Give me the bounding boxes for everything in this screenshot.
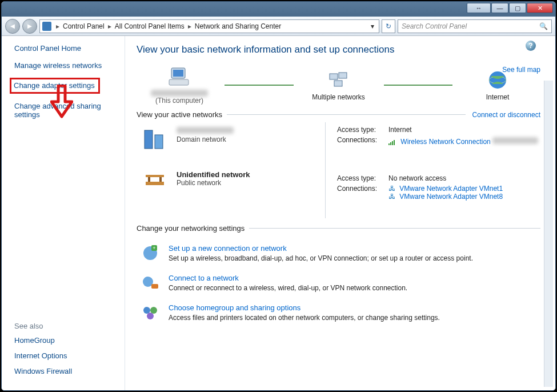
public-network-icon <box>142 170 167 195</box>
breadcrumb-dropdown-icon[interactable]: ▾ <box>368 22 376 30</box>
svg-point-23 <box>143 307 150 314</box>
page-title: View your basic network information and … <box>137 44 540 55</box>
network-name: Unidentified network <box>177 170 250 179</box>
svg-rect-12 <box>159 177 162 182</box>
network-type: Domain network <box>177 135 234 143</box>
node-internet[interactable]: Internet <box>455 69 540 101</box>
sidebar: Control Panel Home Manage wireless netwo… <box>2 36 125 390</box>
change-settings-heading: Change your networking settings <box>137 224 540 233</box>
connect-disconnect-link[interactable]: Connect or disconnect <box>472 111 540 119</box>
network-map: See full map (This computer) Multiple ne… <box>137 66 540 105</box>
resize-button[interactable]: ↔ <box>467 3 491 13</box>
node-this-computer[interactable]: (This computer) <box>137 66 222 105</box>
network-entry-domain[interactable]: Domain network <box>142 127 325 152</box>
annotation-arrow-icon <box>50 85 73 119</box>
svg-rect-5 <box>334 81 342 86</box>
control-panel-home-link[interactable]: Control Panel Home <box>14 44 119 53</box>
homegroup-icon <box>141 303 159 322</box>
multiple-networks-label: Multiple networks <box>312 93 365 101</box>
chevron-right-icon: ▸ <box>108 22 111 30</box>
chevron-right-icon: ▸ <box>188 22 191 30</box>
networks-left-column: Domain network Unidentified network Publ… <box>137 122 325 218</box>
connection-line <box>225 85 294 86</box>
connect-network-icon <box>141 274 159 292</box>
svg-rect-15 <box>390 142 391 145</box>
active-networks-heading: View your active networks Connect or dis… <box>137 110 540 119</box>
breadcrumb[interactable]: ▸ Control Panel ▸ All Control Panel Item… <box>39 19 379 33</box>
refresh-button[interactable]: ↻ <box>382 19 395 33</box>
minimize-button[interactable]: — <box>491 3 508 13</box>
settings-list: + Set up a new connection or network Set… <box>137 238 540 327</box>
svg-point-6 <box>489 71 506 89</box>
network-type: Public network <box>177 179 250 187</box>
internet-label: Internet <box>486 93 510 101</box>
setting-new-connection[interactable]: + Set up a new connection or network Set… <box>137 238 540 268</box>
titlebar: ↔ — ▢ ✕ <box>2 2 555 17</box>
navbar: ◄ ► ▸ Control Panel ▸ All Control Panel … <box>2 17 555 36</box>
svg-rect-1 <box>173 70 183 77</box>
setting-description: Access files and printers located on oth… <box>169 314 440 322</box>
wireless-connection-link[interactable]: Wireless Network Connection <box>400 138 490 146</box>
node-multiple-networks[interactable]: Multiple networks <box>296 69 382 101</box>
networks-right-column: Access type:Internet Connections: Wirele… <box>325 122 540 218</box>
svg-point-25 <box>147 313 154 319</box>
this-computer-label: (This computer) <box>155 97 203 105</box>
network-entry-unidentified[interactable]: Unidentified network Public network <box>142 170 325 195</box>
svg-rect-11 <box>148 177 150 182</box>
chevron-right-icon: ▸ <box>56 22 59 30</box>
new-connection-icon: + <box>141 244 159 262</box>
breadcrumb-item[interactable]: Control Panel <box>63 22 105 30</box>
breadcrumb-item[interactable]: Network and Sharing Center <box>195 22 281 30</box>
ethernet-icon: 🖧 <box>388 185 395 193</box>
svg-rect-13 <box>146 175 164 177</box>
breadcrumb-item[interactable]: All Control Panel Items <box>115 22 185 30</box>
svg-rect-17 <box>394 140 395 145</box>
setting-description: Set up a wireless, broadband, dial-up, a… <box>169 254 473 262</box>
domain-network-icon <box>142 127 167 152</box>
active-networks: Domain network Unidentified network Publ… <box>137 122 540 218</box>
svg-rect-10 <box>146 182 164 185</box>
setting-title[interactable]: Connect to a network <box>169 274 407 282</box>
setting-title[interactable]: Choose homegroup and sharing options <box>169 303 440 312</box>
scrollbar[interactable] <box>544 81 553 387</box>
vmnet1-link[interactable]: VMware Network Adapter VMnet1 <box>399 185 503 193</box>
see-also-homegroup[interactable]: HomeGroup <box>14 336 119 345</box>
search-icon[interactable]: 🔍 <box>539 22 548 30</box>
setting-homegroup[interactable]: Choose homegroup and sharing options Acc… <box>137 298 540 327</box>
svg-rect-2 <box>169 79 189 85</box>
help-icon[interactable]: ? <box>526 41 536 51</box>
connection-line <box>384 85 453 86</box>
main-content: ? View your basic network information an… <box>125 36 555 390</box>
vmnet8-link[interactable]: VMware Network Adapter VMnet8 <box>399 193 503 201</box>
see-also-internet-options[interactable]: Internet Options <box>14 351 119 360</box>
setting-title[interactable]: Set up a new connection or network <box>169 244 473 253</box>
sidebar-item-manage-wireless[interactable]: Manage wireless networks <box>14 61 119 70</box>
search-input[interactable]: Search Control Panel 🔍 <box>398 19 552 33</box>
domain-name-blurred <box>177 127 234 134</box>
svg-rect-14 <box>388 143 390 145</box>
see-full-map-link[interactable]: See full map <box>502 66 540 74</box>
body: Control Panel Home Manage wireless netwo… <box>2 36 555 390</box>
back-button[interactable]: ◄ <box>5 19 20 34</box>
svg-rect-16 <box>392 141 393 145</box>
network-details-1: Access type:Internet Connections: Wirele… <box>337 126 540 146</box>
see-also-label: See also <box>14 322 119 330</box>
close-button[interactable]: ✕ <box>527 3 553 13</box>
ssid-blurred <box>492 137 538 144</box>
svg-rect-8 <box>145 130 153 149</box>
svg-rect-4 <box>339 73 347 78</box>
svg-rect-9 <box>155 135 163 149</box>
networks-icon <box>327 69 350 91</box>
svg-rect-3 <box>330 74 338 79</box>
window: ↔ — ▢ ✕ ◄ ► ▸ Control Panel ▸ All Contro… <box>1 1 556 391</box>
computer-name-blurred <box>151 90 208 97</box>
setting-connect-network[interactable]: Connect to a network Connect or reconnec… <box>137 268 540 298</box>
wireless-signal-icon <box>388 139 396 145</box>
svg-rect-22 <box>151 284 158 289</box>
svg-point-24 <box>150 307 157 314</box>
maximize-button[interactable]: ▢ <box>509 3 526 13</box>
forward-button[interactable]: ► <box>22 19 37 34</box>
setting-description: Connect or reconnect to a wireless, wire… <box>169 284 407 292</box>
see-also-windows-firewall[interactable]: Windows Firewall <box>14 367 119 375</box>
computer-icon <box>168 66 191 87</box>
